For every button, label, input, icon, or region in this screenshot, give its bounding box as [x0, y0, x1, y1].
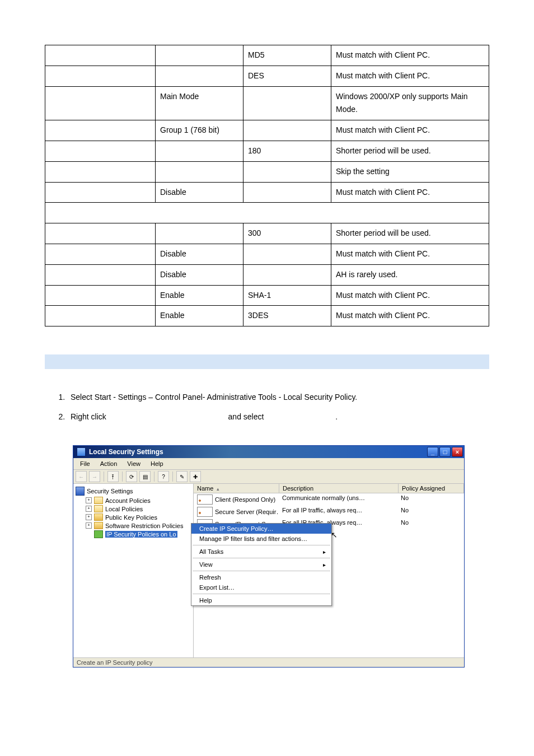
col-description[interactable]: Description [279, 484, 399, 493]
settings-table: MD5Must match with Client PC. DESMust ma… [45, 45, 489, 326]
refresh-button[interactable]: ⟳ [126, 471, 137, 482]
context-menu: Create IP Security Policy… Manage IP fil… [191, 523, 332, 606]
table-cell: AH is rarely used. [331, 264, 489, 285]
tree-pane: Security Settings + Account Policies + L… [73, 484, 194, 657]
table-cell [243, 120, 331, 141]
table-cell [243, 161, 331, 182]
back-button[interactable]: ← [76, 471, 87, 482]
steps-list: Select Start - Settings – Control Panel-… [45, 391, 489, 423]
table-cell [156, 141, 243, 161]
table-cell [45, 182, 156, 203]
table-cell: Must match with Client PC. [331, 66, 489, 86]
table-cell [243, 264, 331, 285]
table-cell [156, 45, 243, 66]
tree-public-key-policies[interactable]: + Public Key Policies [85, 513, 192, 521]
new-policy-button[interactable]: ✎ [176, 471, 188, 482]
folder-icon [94, 505, 103, 512]
table-cell: Group 1 (768 bit) [156, 120, 243, 141]
tree-software-restriction[interactable]: + Software Restriction Policies [85, 521, 192, 530]
table-cell: Enable [156, 306, 243, 326]
table-cell: Main Mode [156, 86, 243, 120]
table-cell [45, 141, 156, 161]
close-button[interactable]: × [452, 447, 463, 457]
table-cell: Disable [156, 244, 243, 264]
menu-action[interactable]: Action [96, 459, 122, 468]
tree-local-policies[interactable]: + Local Policies [85, 505, 192, 513]
table-cell [156, 66, 243, 86]
table-cell [45, 66, 156, 86]
policy-row[interactable]: Client (Respond Only)Communicate normall… [194, 493, 464, 506]
menu-file[interactable]: File [76, 459, 95, 468]
tree-account-policies[interactable]: + Account Policies [85, 496, 192, 505]
table-cell [243, 86, 331, 120]
table-cell [45, 45, 156, 66]
table-cell: DES [243, 66, 331, 86]
step-2: Right click and select . [67, 411, 489, 423]
tree-ip-security-policies[interactable]: IP Security Policies on Lo [85, 530, 192, 539]
table-cell: Must match with Client PC. [331, 244, 489, 264]
ctx-manage-filter-lists[interactable]: Manage IP filter lists and filter action… [191, 534, 331, 544]
sort-asc-icon: ▴ [217, 486, 219, 492]
ctx-export-list[interactable]: Export List… [191, 582, 331, 592]
col-policy-assigned[interactable]: Policy Assigned [399, 484, 464, 493]
table-cell: Must match with Client PC. [331, 182, 489, 203]
table-cell [45, 120, 156, 141]
table-cell [243, 244, 331, 264]
minimize-button[interactable]: _ [427, 447, 438, 457]
table-cell: 3DES [243, 306, 331, 326]
expand-icon[interactable]: + [86, 522, 92, 529]
ctx-all-tasks[interactable]: All Tasks [191, 547, 331, 557]
table-cell: Must match with Client PC. [331, 306, 489, 326]
menu-view[interactable]: View [123, 459, 145, 468]
help-button[interactable]: ? [158, 471, 169, 482]
folder-icon [94, 522, 103, 529]
table-cell [156, 223, 243, 244]
table-cell [45, 264, 156, 285]
table-cell [45, 161, 156, 182]
table-cell: Enable [156, 285, 243, 306]
table-cell [45, 86, 156, 120]
ctx-create-ip-security-policy[interactable]: Create IP Security Policy… [191, 524, 331, 534]
export-button[interactable]: ▤ [139, 471, 151, 482]
policy-icon [94, 530, 103, 538]
col-name[interactable]: Name ▴ [194, 484, 279, 493]
policy-row[interactable]: Secure Server (Requir…For all IP traffic… [194, 506, 464, 518]
new-filter-button[interactable]: ✚ [190, 471, 201, 482]
cursor-icon: ↖ [331, 530, 338, 539]
table-cell: MD5 [243, 45, 331, 66]
table-cell: Shorter period will be used. [331, 141, 489, 161]
titlebar[interactable]: Local Security Settings _ □ × [73, 446, 464, 458]
expand-icon[interactable]: + [86, 506, 92, 512]
menubar: File Action View Help [73, 458, 464, 470]
ctx-refresh[interactable]: Refresh [191, 572, 331, 582]
expand-icon[interactable]: + [86, 514, 92, 520]
up-button[interactable]: ⭱ [107, 471, 119, 482]
folder-icon [94, 514, 103, 521]
menu-help[interactable]: Help [146, 459, 168, 468]
window-icon [77, 447, 86, 456]
folder-icon [94, 497, 103, 504]
ctx-view[interactable]: View [191, 559, 331, 570]
table-cell: Shorter period will be used. [331, 223, 489, 244]
table-cell: Must match with Client PC. [331, 45, 489, 66]
step-1: Select Start - Settings – Control Panel-… [67, 391, 489, 403]
table-cell: Skip the setting [331, 161, 489, 182]
table-cell [45, 223, 156, 244]
table-cell [243, 182, 331, 203]
table-cell: 300 [243, 223, 331, 244]
shield-icon [76, 487, 85, 496]
ctx-help[interactable]: Help [191, 595, 331, 605]
table-cell: Disable [156, 264, 243, 285]
table-cell: Must match with Client PC. [331, 120, 489, 141]
local-security-settings-window: Local Security Settings _ □ × File Actio… [73, 445, 465, 668]
section-divider [45, 203, 489, 223]
policy-icon [197, 507, 213, 517]
statusbar: Create an IP Security policy [73, 657, 464, 667]
maximize-button[interactable]: □ [439, 447, 451, 457]
tree-root[interactable]: Security Settings [74, 486, 192, 496]
expand-icon[interactable]: + [86, 497, 92, 503]
list-header: Name ▴ Description Policy Assigned [194, 484, 464, 493]
toolbar: ← → ⭱ ⟳ ▤ ? ✎ ✚ [73, 470, 464, 484]
section-band [45, 354, 489, 369]
forward-button[interactable]: → [89, 471, 100, 482]
